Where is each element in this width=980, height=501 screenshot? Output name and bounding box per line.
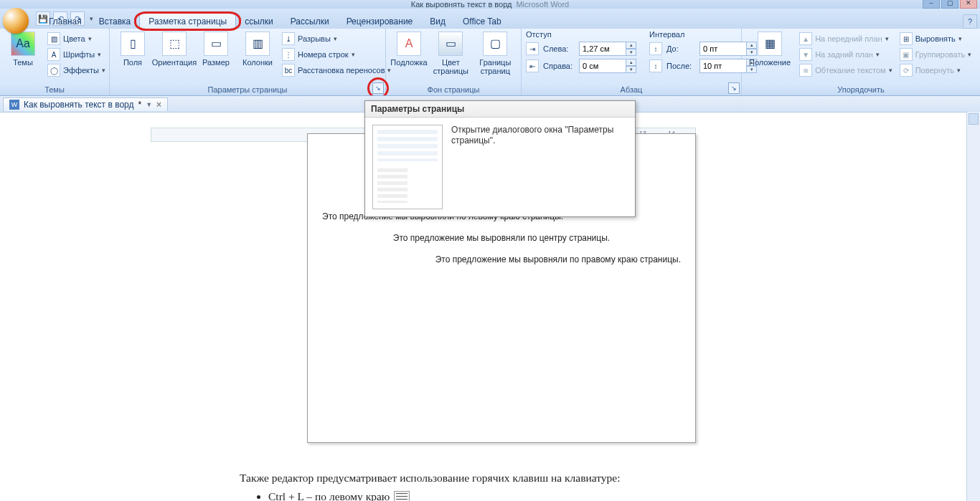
rotate-button[interactable]: ⟳Повернуть [898,63,974,77]
tab-page-layout[interactable]: Разметка страницы [139,13,236,29]
hyphenation-icon: bc [282,64,295,77]
ribbon: Aa Темы ▧Цвета AШрифты ◯Эффекты Темы ▯По… [0,29,980,96]
themes-button[interactable]: Aa Темы [4,30,42,67]
columns-icon: ▥ [245,32,270,56]
watermark-icon: A [397,32,421,56]
text-wrap-icon: ≋ [799,64,812,77]
group-page-background: AПодложка ▭Цвет страницы ▢Границы страни… [386,29,522,95]
group-objects-button[interactable]: ▣Группировать [898,47,974,62]
rotate-icon: ⟳ [900,64,913,77]
article-intro: Также редактор предусматривает использов… [240,470,742,486]
window-close[interactable]: ✕ [960,0,977,9]
line-numbers-button[interactable]: ⋮Номера строк [281,47,392,62]
tab-mailings[interactable]: Рассылки [282,14,338,29]
spacing-before-input[interactable] [699,42,747,56]
window-title-doc: Как выровнять текст в ворд [411,0,512,9]
text-wrap-button[interactable]: ≋Обтекание текстом [798,63,894,77]
effects-icon: ◯ [47,64,60,77]
spin-down[interactable]: ▾ [626,49,636,56]
tooltip-title: Параметры страницы [365,101,635,118]
fonts-button[interactable]: AШрифты [46,47,107,62]
window-maximize[interactable]: ▢ [941,0,958,9]
indent-left-icon: ⇥ [526,42,539,55]
document-tab-close[interactable]: × [156,100,161,110]
paragraph-launcher[interactable]: ↘ [728,82,740,94]
bring-front-button[interactable]: ▲На передний план [798,32,894,46]
group-arrange: ▦Положение ▲На передний план ▼На задний … [742,29,980,95]
colors-button[interactable]: ▧Цвета [46,32,107,46]
tab-review[interactable]: Рецензирование [338,14,422,29]
send-back-button[interactable]: ▼На задний план [798,47,894,62]
size-icon: ▭ [204,32,228,56]
themes-label: Темы [13,58,33,67]
effects-button[interactable]: ◯Эффекты [46,63,107,77]
page-borders-button[interactable]: ▢Границы страниц [474,30,517,75]
word-doc-icon: W [9,100,19,110]
margins-icon: ▯ [121,32,145,56]
spin-up[interactable]: ▴ [626,42,636,49]
spacing-before-field[interactable]: ↕ До: ▴▾ [649,42,757,56]
tab-office-tab[interactable]: Office Tab [454,14,510,29]
position-icon: ▦ [758,32,782,56]
group-paragraph-label: Абзац [526,85,737,95]
spin-down[interactable]: ▾ [626,66,636,73]
document-tab[interactable]: W Как выровнять текст в ворд * ▼ × [3,97,168,111]
document-tab-label: Как выровнять текст в ворд [24,100,133,110]
position-button[interactable]: ▦Положение [746,30,793,67]
colors-icon: ▧ [47,32,60,45]
group-paragraph: Отступ ⇥ Слева: ▴▾ ⇤ Справа: ▴▾ Интервал… [522,29,742,95]
spacing-header: Интервал [649,30,757,39]
align-left-icon [394,491,410,501]
indent-left-field[interactable]: ⇥ Слева: ▴▾ [526,42,636,56]
group-arrange-label: Упорядочить [746,85,976,95]
office-orb-button[interactable] [3,8,29,34]
group-page-bg-label: Фон страницы [390,85,517,95]
title-bar: Как выровнять текст в ворд Microsoft Wor… [0,0,980,9]
chevron-down-icon[interactable]: ▼ [146,101,152,108]
page-setup-launcher[interactable]: ↘ [372,82,384,94]
bring-front-icon: ▲ [799,32,812,45]
tab-home[interactable]: Главная [40,14,90,29]
sample-line-right: Это предложение мы выровняли по правому … [293,254,681,264]
scroll-up-button[interactable] [969,113,979,125]
hotkey-list: Ctrl + L – по левому краю Ctrl + E – по … [268,490,742,501]
size-button[interactable]: ▭Размер [197,30,235,67]
group-page-setup-label: Параметры страницы [114,85,381,95]
spin-up[interactable]: ▴ [626,59,636,66]
watermark-button[interactable]: AПодложка [390,30,428,67]
indent-left-input[interactable] [579,42,626,56]
fonts-icon: A [47,48,60,61]
page-borders-icon: ▢ [483,32,507,56]
send-back-icon: ▼ [799,48,812,61]
indent-right-field[interactable]: ⇤ Справа: ▴▾ [526,59,636,73]
orientation-icon: ⬚ [162,32,187,56]
page-setup-tooltip: Параметры страницы Открытие диалогового … [364,100,636,217]
columns-button[interactable]: ▥Колонки [239,30,276,67]
spacing-after-field[interactable]: ↕ После: ▴▾ [649,59,757,73]
tab-insert[interactable]: Вставка [90,14,140,29]
indent-right-icon: ⇤ [526,59,539,72]
group-page-setup: ▯Поля ⬚Ориентация ▭Размер ▥Колонки ⤓Разр… [110,29,386,95]
themes-icon: Aa [11,32,35,56]
tab-references[interactable]: ссылки [236,14,282,29]
group-icon: ▣ [900,48,913,61]
spacing-after-icon: ↕ [649,59,662,72]
vertical-scrollbar[interactable] [966,112,980,501]
breaks-icon: ⤓ [282,32,295,45]
window-minimize[interactable]: – [923,0,940,9]
page-color-button[interactable]: ▭Цвет страницы [432,30,470,75]
align-button[interactable]: ⊞Выровнять [898,32,974,46]
tab-view[interactable]: Вид [421,14,454,29]
spacing-after-input[interactable] [699,59,747,73]
breaks-button[interactable]: ⤓Разрывы [281,32,392,46]
hotkey-left: Ctrl + L – по левому краю [268,490,742,501]
indent-right-input[interactable] [579,59,626,73]
help-icon[interactable]: ? [963,14,977,29]
orientation-button[interactable]: ⬚Ориентация [156,30,193,67]
margins-button[interactable]: ▯Поля [114,30,151,67]
ribbon-tabs: Главная Вставка Разметка страницы ссылки… [0,9,980,29]
document-modified-indicator: * [138,100,141,110]
article-body: Также редактор предусматривает использов… [240,467,742,501]
indent-header: Отступ [526,30,636,39]
hyphenation-button[interactable]: bcРасстановка переносов [281,63,392,77]
